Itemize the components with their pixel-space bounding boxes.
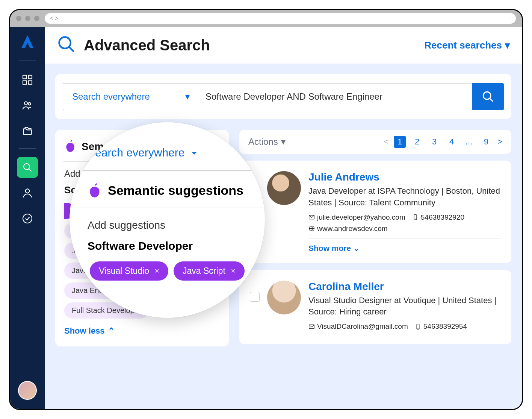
candidate-role: Visual Studio Designer at Voutique | Uni…: [308, 295, 501, 318]
svg-point-20: [418, 328, 418, 329]
svg-rect-2: [23, 81, 26, 84]
suggestion-term: Software Developer: [64, 184, 220, 196]
pager-next-icon[interactable]: >: [497, 137, 502, 147]
page-title: Advanced Search: [84, 37, 210, 54]
search-icon: [57, 35, 76, 56]
chip[interactable]: Java Server Pages: [101, 243, 180, 259]
chip[interactable]: ASP.NET: [64, 223, 110, 239]
candidate-name-link[interactable]: Carolina Meller: [308, 281, 501, 293]
candidate-email: julie.developer@yahoo.com: [308, 213, 405, 222]
chevron-down-icon: ⌄: [353, 244, 360, 253]
globe-icon: [308, 225, 315, 232]
pager-ellipsis: ...: [463, 136, 475, 148]
candidate-role: Java Developer at ISPA Technology | Bost…: [308, 185, 501, 209]
maximize-window-icon[interactable]: [34, 16, 39, 21]
browser-chrome: < >: [10, 10, 522, 27]
pagination: < 1 2 3 4 ... 9 >: [384, 136, 502, 148]
chip[interactable]: Full Stack Developer: [64, 302, 149, 319]
svg-point-5: [28, 103, 31, 105]
candidate-card: Carolina Meller Visual Studio Designer a…: [239, 270, 511, 345]
phone-icon: [412, 214, 419, 220]
svg-point-8: [26, 189, 30, 193]
svg-point-16: [415, 219, 416, 219]
pager-page[interactable]: 4: [446, 136, 458, 148]
sidebar-item-tasks[interactable]: [17, 208, 38, 229]
chip[interactable]: Spring Framework: [115, 223, 191, 239]
results-toolbar: Actions ▾ < 1 2 3 4 ... 9: [239, 130, 511, 154]
pager-page[interactable]: 3: [428, 136, 440, 148]
page-header: Advanced Search Recent searches ▾: [45, 27, 522, 64]
select-candidate-checkbox[interactable]: [250, 292, 260, 302]
remove-chip-icon[interactable]: ✕: [135, 207, 140, 214]
mail-icon: [308, 214, 315, 220]
search-scope-label: Search everywhere: [72, 91, 150, 102]
recent-searches-dropdown[interactable]: Recent searches ▾: [424, 39, 510, 51]
sidebar-item-dashboard[interactable]: [17, 69, 38, 90]
candidate-phone: 54638392954: [415, 322, 467, 331]
add-suggestions-label: Add suggestions: [64, 169, 220, 179]
candidate-website: www.andrewsdev.com: [308, 225, 388, 233]
chip-selected[interactable]: [64, 203, 75, 219]
svg-line-7: [29, 169, 32, 172]
svg-rect-1: [29, 75, 32, 79]
chip-selected[interactable]: Visual Studio✕: [79, 203, 147, 219]
user-avatar[interactable]: [18, 381, 37, 400]
sidebar-item-search[interactable]: [17, 157, 38, 178]
window-controls: [16, 16, 39, 21]
svg-rect-3: [29, 81, 32, 84]
chevron-up-icon: ⌃: [108, 326, 115, 336]
chip[interactable]: Java Enterprise Edition: [64, 282, 157, 299]
search-panel: Search everywhere ▾: [55, 74, 511, 119]
show-less-toggle[interactable]: Show less ⌃: [64, 326, 220, 336]
show-more-toggle[interactable]: Show more ⌄: [308, 244, 501, 253]
candidate-card: Julie Andrews Java Developer at ISPA Tec…: [239, 161, 511, 263]
minimize-window-icon[interactable]: [25, 16, 30, 21]
chevron-down-icon: ▾: [185, 91, 190, 102]
svg-point-4: [24, 102, 27, 105]
sidebar: [10, 27, 45, 409]
candidate-avatar: [267, 281, 301, 314]
pager-page[interactable]: 9: [480, 136, 492, 148]
nav-forward-icon[interactable]: >: [55, 15, 58, 22]
url-bar[interactable]: < >: [45, 13, 516, 24]
sidebar-item-profile[interactable]: [17, 182, 38, 203]
svg-point-12: [483, 92, 491, 99]
svg-point-6: [24, 164, 30, 170]
close-window-icon[interactable]: [16, 16, 21, 21]
pager-page[interactable]: 1: [394, 136, 406, 148]
remove-chip-icon[interactable]: ✕: [201, 207, 206, 214]
search-scope-dropdown[interactable]: Search everywhere ▾: [63, 83, 198, 110]
chip[interactable]: Programmer: [147, 263, 204, 279]
actions-dropdown[interactable]: Actions ▾: [248, 137, 286, 147]
app-logo-icon[interactable]: [19, 33, 36, 51]
pager-prev-icon[interactable]: <: [384, 137, 388, 147]
chip-selected[interactable]: Java Script✕: [152, 203, 213, 219]
candidate-avatar: [267, 171, 301, 205]
search-query-input[interactable]: [198, 83, 472, 110]
suggestion-chips: Visual Studio✕ Java Script✕ ASP.NET Spri…: [63, 203, 221, 319]
mail-icon: [308, 323, 315, 330]
svg-line-13: [490, 99, 493, 102]
nav-back-icon[interactable]: <: [50, 15, 53, 22]
chip[interactable]: Java Server Pages: [64, 263, 143, 279]
svg-rect-0: [23, 75, 26, 79]
semantic-suggestions-panel: Semantic suggestions Add suggestions Sof…: [55, 130, 229, 346]
semantic-title: Semantic suggestions: [82, 141, 193, 153]
candidate-email: VisualDCarolina@gmail.com: [308, 322, 408, 331]
apple-icon: [64, 139, 76, 155]
svg-point-9: [23, 214, 32, 223]
chevron-down-icon: ▾: [281, 137, 286, 147]
svg-point-10: [59, 37, 71, 49]
chip[interactable]: .NET: [64, 243, 97, 259]
chevron-down-icon: ▾: [505, 39, 510, 51]
pager-page[interactable]: 2: [411, 136, 423, 148]
candidate-phone: 54638392920: [412, 213, 464, 222]
svg-line-11: [70, 47, 74, 52]
sidebar-item-people[interactable]: [17, 95, 38, 116]
search-button[interactable]: [472, 83, 504, 110]
phone-icon: [415, 323, 421, 330]
search-icon: [482, 90, 494, 103]
candidate-name-link[interactable]: Julie Andrews: [308, 171, 501, 183]
sidebar-item-folders[interactable]: [17, 120, 38, 141]
recent-searches-label: Recent searches: [424, 39, 502, 51]
